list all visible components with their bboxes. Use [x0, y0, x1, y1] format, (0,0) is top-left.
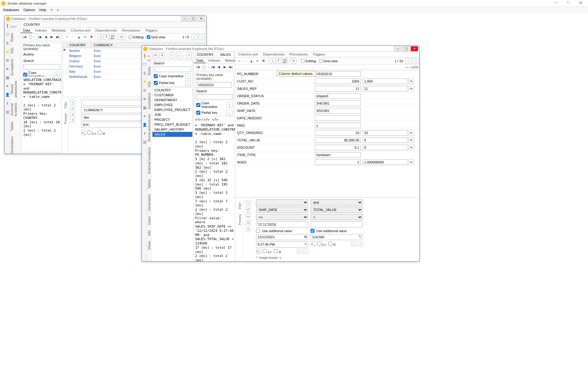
dollar-icon[interactable]: $ — [5, 39, 10, 48]
filter-x-icon[interactable]: ✕_ — [81, 130, 86, 135]
table-item[interactable]: EMPLOYEE — [153, 102, 192, 107]
spinner-icon[interactable]: ⇅ — [304, 242, 307, 246]
refresh-icon[interactable]: ◯ — [28, 34, 33, 40]
down-icon[interactable]: ↓ — [185, 80, 191, 86]
minimize-button[interactable]: — — [550, 0, 562, 6]
subtab-deps[interactable]: Dependencies — [93, 28, 119, 33]
export-icon[interactable]: ⤓ — [270, 58, 275, 64]
field-value-input[interactable] — [315, 159, 361, 165]
filter-help-icon[interactable]: ? — [70, 118, 75, 123]
next-rec-icon[interactable]: ▶ — [49, 34, 55, 40]
f2-right-icon[interactable]: → — [358, 241, 363, 246]
f2-x-icon[interactable]: ✕_ — [311, 241, 315, 246]
subtab-deps[interactable]: Dependencies — [261, 52, 287, 57]
up-icon[interactable]: ↑ — [227, 102, 232, 108]
f1-addcheck[interactable]: Use additional value — [256, 229, 308, 233]
first-icon[interactable]: |◀ — [22, 34, 27, 40]
shield-icon[interactable]: 🛡 — [142, 60, 147, 69]
f1-date[interactable] — [256, 234, 308, 240]
vtab-info[interactable]: Info — [147, 228, 151, 238]
delete-icon[interactable]: － — [70, 34, 76, 40]
x2-icon[interactable]: ✕ — [159, 53, 165, 58]
f1-field[interactable]: SHIP_DATE — [256, 207, 308, 213]
vtab-exceptions[interactable]: Exceptions — [147, 90, 151, 112]
d-flag[interactable]: d. — [98, 131, 105, 135]
col-currency[interactable]: CURRENCY — [92, 42, 116, 48]
vtab-generators[interactable]: Generators — [10, 134, 20, 154]
bolt-icon[interactable]: ⚡ — [142, 78, 147, 86]
f1-left-icon[interactable]: ← — [296, 249, 301, 254]
ci-flag[interactable]: c.i. — [87, 131, 96, 135]
field-extra-input[interactable] — [363, 159, 408, 165]
subtab-triggers[interactable]: Triggers — [143, 28, 160, 33]
gear-icon[interactable]: ⚙ — [5, 56, 10, 65]
f2-num[interactable] — [311, 234, 363, 240]
filter-apply-icon[interactable]: ✔ — [246, 207, 251, 212]
table-item[interactable]: CUSTOMER — [153, 93, 192, 98]
vtab-sql[interactable]: SQL — [147, 78, 151, 90]
filter-clear-icon[interactable]: ✕ — [70, 112, 75, 117]
vtab-generators[interactable]: Generators — [147, 191, 151, 213]
field-value-input[interactable] — [315, 115, 361, 121]
subtab-triggers[interactable]: Triggers — [310, 52, 327, 57]
import-icon[interactable]: ⤒ — [104, 34, 109, 40]
table-item[interactable]: EMPLOYEE_PROJECT — [153, 107, 192, 112]
vtab-sql[interactable]: SQL — [10, 44, 20, 56]
field-value-input[interactable] — [315, 79, 361, 84]
calc-icon[interactable]: % — [359, 235, 361, 238]
editing-check[interactable]: Editing — [301, 59, 316, 63]
field-extra-input[interactable] — [363, 79, 408, 84]
plus-icon[interactable]: ＋ — [186, 53, 192, 58]
ci-check[interactable] — [196, 103, 200, 107]
table-item[interactable]: PROJ_DEPT_BUDGET — [153, 122, 192, 127]
cancel-icon[interactable]: ✖ — [89, 34, 94, 40]
page-prev[interactable]: ← — [405, 58, 412, 64]
info-icon[interactable]: ℹ — [142, 129, 147, 138]
user-icon[interactable]: 👤 — [5, 90, 10, 99]
distinct-icon[interactable]: 123abc — [282, 58, 288, 64]
close-button[interactable]: ✕ — [575, 0, 587, 6]
f2-andor[interactable]: and — [311, 199, 363, 205]
page-prev[interactable]: ← — [191, 34, 198, 40]
f2-addcheck[interactable]: Use additional value — [311, 229, 363, 233]
subtab-indexes[interactable]: Indexes — [206, 58, 223, 63]
vtab-exceptions[interactable]: Exceptions — [10, 56, 20, 78]
field-value-input[interactable] — [315, 71, 361, 77]
min-button[interactable]: — — [394, 46, 401, 51]
search-input[interactable] — [154, 67, 191, 72]
menu-next[interactable]: > — [55, 7, 61, 12]
tab-country[interactable]: COUNTRY — [21, 22, 43, 28]
first-icon[interactable]: |◀ — [195, 64, 201, 70]
gridview-check[interactable]: Grid view — [319, 59, 338, 63]
table-item[interactable]: COUNTRY — [153, 88, 192, 93]
first-rec-icon[interactable]: |◀ — [37, 34, 42, 40]
search-input[interactable] — [23, 64, 60, 70]
first-rec[interactable]: |◀ — [210, 64, 216, 70]
min-button[interactable]: — — [181, 16, 188, 21]
filter-apply-icon[interactable]: ✔ — [70, 106, 75, 111]
f2-ci[interactable]: c.i. — [317, 242, 326, 246]
f1-right-icon[interactable]: → — [303, 249, 308, 254]
field-extra-input[interactable] — [363, 86, 408, 91]
snow-icon[interactable]: ❄ — [5, 65, 10, 73]
editing-check[interactable]: Editing — [129, 35, 144, 39]
field-value-input[interactable] — [315, 86, 361, 91]
pk-value-input[interactable] — [196, 82, 232, 88]
field-value-input[interactable] — [315, 93, 361, 99]
vtab-stored[interactable]: Stored procedures — [10, 78, 20, 100]
field-value-input[interactable] — [315, 137, 361, 143]
table-item[interactable]: SALES — [153, 132, 192, 137]
f1-ci[interactable]: c.i. — [263, 249, 272, 254]
shield-icon[interactable]: 🛡 — [5, 30, 10, 39]
maximize-button[interactable]: ▢ — [562, 0, 575, 6]
star-icon[interactable]: ✦ — [142, 112, 147, 121]
filter-help-icon[interactable]: ? — [246, 227, 251, 232]
f1-value[interactable] — [256, 221, 308, 228]
import-icon[interactable]: ⤒ — [276, 58, 281, 64]
percent-icon[interactable]: % — [409, 130, 414, 136]
grid-icon[interactable]: ▦ — [142, 103, 147, 112]
gridview-check[interactable]: Grid view — [147, 35, 165, 39]
commit-icon[interactable]: ✔ — [82, 34, 88, 40]
subtab-perms[interactable]: Permissions — [287, 52, 310, 57]
page-next[interactable]: → — [413, 58, 419, 64]
